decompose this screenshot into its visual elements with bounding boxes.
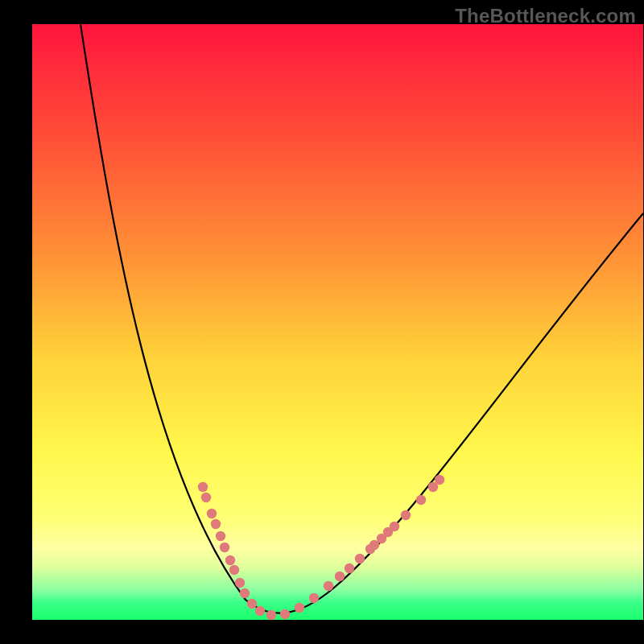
data-marker: [211, 519, 221, 529]
data-marker: [225, 555, 235, 565]
data-marker: [201, 493, 211, 502]
data-marker: [295, 603, 304, 613]
data-marker: [324, 581, 333, 591]
data-marker: [416, 495, 426, 505]
data-marker: [198, 482, 208, 492]
data-marker: [235, 578, 245, 588]
data-marker: [255, 606, 265, 616]
data-marker: [345, 564, 354, 573]
chart-frame: [32, 24, 643, 620]
data-marker: [355, 554, 365, 564]
data-marker: [266, 610, 276, 620]
data-marker: [220, 543, 229, 552]
data-marker: [435, 475, 444, 485]
data-marker: [247, 599, 257, 609]
data-marker: [390, 522, 399, 531]
data-marker: [229, 565, 239, 575]
data-marker: [401, 510, 411, 520]
data-marker: [309, 593, 319, 603]
chart-svg: [32, 24, 643, 620]
data-marker: [207, 509, 217, 518]
bottleneck-curve: [80, 24, 643, 613]
data-marker: [280, 609, 290, 619]
watermark-text: TheBottleneck.com: [455, 5, 636, 27]
data-marker: [240, 588, 250, 598]
data-marker: [335, 572, 345, 581]
data-marker: [216, 531, 225, 541]
